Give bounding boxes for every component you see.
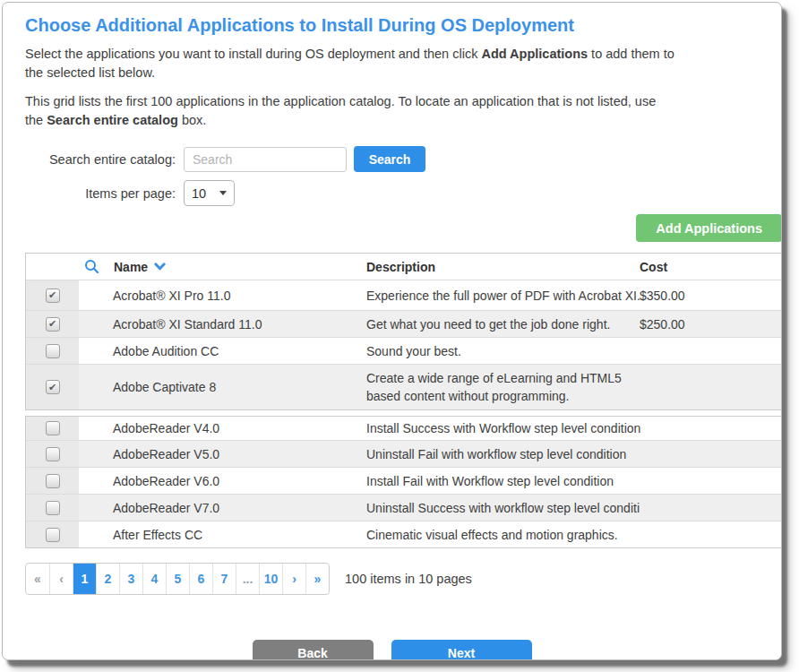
pager-page-4[interactable]: 4 <box>142 564 166 594</box>
app-description: Uninstall Fail with workflow step level … <box>366 441 640 467</box>
row-checkbox[interactable]: ✔ <box>46 344 60 358</box>
app-cost <box>640 417 781 440</box>
row-checkbox[interactable]: ✔ <box>46 421 60 435</box>
app-cost <box>640 495 781 521</box>
app-description: Install Success with Workflow step level… <box>366 417 640 440</box>
app-description: Create a wide range of eLearning and HTM… <box>366 365 640 409</box>
description-column-header: Description <box>366 254 640 280</box>
app-name: AdobeReader V4.0 <box>79 417 366 440</box>
pagination-summary: 100 items in 10 pages <box>345 572 472 586</box>
app-name: Adobe Audition CC <box>79 338 366 364</box>
app-cost: $350.00 <box>640 280 781 310</box>
intro-text: This grid lists the first 100 applicatio… <box>25 94 656 108</box>
row-checkbox[interactable]: ✔ <box>46 289 60 303</box>
app-name: Acrobat® XI Standard 11.0 <box>79 311 366 337</box>
pager-page-1[interactable]: 1 <box>73 564 96 594</box>
pager-prev-button[interactable]: ‹ <box>49 564 73 594</box>
app-cost <box>640 365 781 409</box>
items-per-page-value: 10 <box>192 186 206 201</box>
table-row[interactable]: ✔ AdobeReader V5.0 Uninstall Fail with w… <box>26 440 781 467</box>
pager-page-10[interactable]: 10 <box>259 564 282 594</box>
table-row[interactable]: ✔ AdobeReader V4.0 Install Success with … <box>26 417 781 440</box>
items-per-page-label: Items per page: <box>25 186 176 201</box>
search-input[interactable] <box>184 147 347 172</box>
intro-paragraph-1: Select the applications you want to inst… <box>25 45 759 82</box>
app-cost: $250.00 <box>640 311 781 337</box>
pager-page-2[interactable]: 2 <box>96 564 119 594</box>
intro-paragraph-2: This grid lists the first 100 applicatio… <box>25 92 759 130</box>
table-row[interactable]: ✔ AdobeReader V6.0 Install Fail with Wor… <box>26 467 781 494</box>
row-checkbox[interactable]: ✔ <box>46 501 60 515</box>
table-row[interactable]: ✔ AdobeReader V7.0 Uninstall Success wit… <box>26 494 781 521</box>
applications-grid: Name Description Cost ✔ Acrobat® XI Pro … <box>25 253 782 548</box>
dropdown-caret-icon <box>219 191 227 195</box>
pager-next-button[interactable]: › <box>282 564 305 594</box>
row-checkbox[interactable]: ✔ <box>46 380 60 394</box>
pager-page-7[interactable]: 7 <box>212 564 236 594</box>
table-row[interactable]: ✔ Adobe Audition CC Sound your best. <box>26 337 781 364</box>
row-checkbox[interactable]: ✔ <box>46 474 60 488</box>
cost-column-header: Cost <box>640 254 781 280</box>
app-cost <box>640 468 781 494</box>
search-form: Search entire catalog: Search Items per … <box>25 146 781 206</box>
app-cost <box>640 338 781 364</box>
app-description: Uninstall Success with workflow step lev… <box>366 495 640 521</box>
grid-search-icon[interactable] <box>84 259 99 274</box>
app-description: Cinematic visual effects and motion grap… <box>366 521 640 547</box>
pager-page-3[interactable]: 3 <box>119 564 142 594</box>
app-name: AdobeReader V7.0 <box>79 495 366 521</box>
app-description: Sound your best. <box>366 338 640 364</box>
page-title: Choose Additional Applications to Instal… <box>25 15 759 36</box>
name-header-label: Name <box>114 260 148 274</box>
items-per-page-select[interactable]: 10 <box>184 180 235 206</box>
app-name: After Effects CC <box>79 521 366 547</box>
intro-text: the <box>25 113 47 127</box>
search-button[interactable]: Search <box>354 146 425 172</box>
app-name: Adobe Captivate 8 <box>79 365 366 409</box>
pager-page-6[interactable]: 6 <box>189 564 212 594</box>
app-name: Acrobat® XI Pro 11.0 <box>79 280 366 310</box>
intro-text: box. <box>178 113 206 127</box>
table-row[interactable]: ✔ Adobe Captivate 8 Create a wide range … <box>26 364 781 409</box>
table-row[interactable]: ✔ After Effects CC Cinematic visual effe… <box>26 521 781 547</box>
header-checkbox-cell <box>26 254 79 280</box>
wizard-dialog: Choose Additional Applications to Instal… <box>2 2 782 660</box>
app-name: AdobeReader V5.0 <box>79 441 366 467</box>
grid-header-row: Name Description Cost <box>26 254 781 280</box>
search-catalog-label: Search entire catalog: <box>25 152 176 167</box>
name-column-header[interactable]: Name <box>79 254 366 280</box>
app-description: Install Fail with Workflow step level co… <box>366 468 640 494</box>
app-description: Get what you need to get the job done ri… <box>366 311 640 337</box>
row-checkbox[interactable]: ✔ <box>46 528 60 542</box>
next-button[interactable]: Next <box>391 640 532 660</box>
pager-last-button[interactable]: » <box>305 564 329 594</box>
pager-ellipsis: ... <box>236 564 259 594</box>
app-name: AdobeReader V6.0 <box>79 468 366 494</box>
intro-bold-add-applications: Add Applications <box>481 47 588 61</box>
add-applications-button[interactable]: Add Applications <box>636 214 782 242</box>
row-checkbox[interactable]: ✔ <box>46 317 60 332</box>
row-checkbox[interactable]: ✔ <box>46 447 60 461</box>
pagination: « ‹ 1 2 3 4 5 6 7 ... 10 › » 100 items i… <box>25 563 781 595</box>
intro-bold-search-entire-catalog: Search entire catalog <box>47 113 178 127</box>
intro-text: the selected list below. <box>25 65 155 80</box>
intro-text: Select the applications you want to inst… <box>25 47 481 61</box>
table-row[interactable]: ✔ Acrobat® XI Standard 11.0 Get what you… <box>26 310 781 337</box>
sort-chevron-down-icon <box>154 263 166 271</box>
table-row[interactable]: ✔ Acrobat® XI Pro 11.0 Experience the fu… <box>26 280 781 310</box>
app-cost <box>640 441 781 467</box>
pager-first-button[interactable]: « <box>26 564 49 594</box>
pager-page-5[interactable]: 5 <box>166 564 189 594</box>
intro-text: to add them to <box>588 47 674 61</box>
app-cost <box>640 521 781 547</box>
back-button[interactable]: Back <box>253 640 374 660</box>
app-description: Experience the full power of PDF with Ac… <box>366 280 640 310</box>
